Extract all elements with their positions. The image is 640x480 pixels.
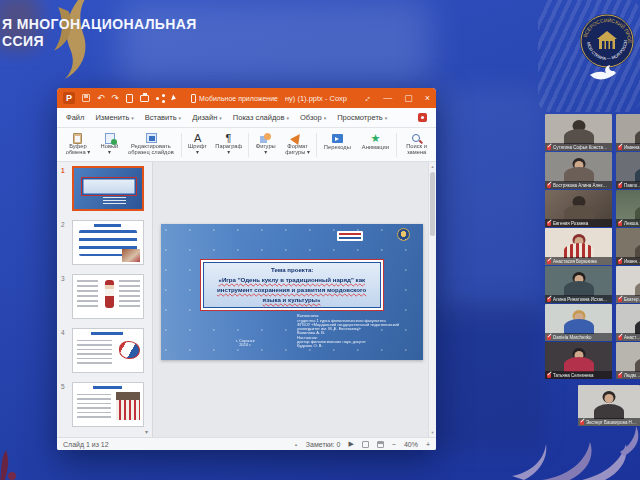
tab-review[interactable]: Обзор▾ bbox=[300, 113, 326, 122]
notes-marker-icon: ▲ bbox=[294, 442, 298, 447]
menu-tabbar: Файл Изменить▾ Вставить▾ Дизайн▾ Показ с… bbox=[57, 108, 436, 128]
slide-number: 3 bbox=[61, 275, 65, 282]
tab-file[interactable]: Файл bbox=[66, 113, 84, 122]
minimize-button[interactable]: — bbox=[383, 93, 392, 103]
participant-tile[interactable]: Иванна О… bbox=[616, 114, 640, 151]
participant-name: Вострякова Алина Алек… bbox=[553, 182, 607, 187]
panel-collapse-icon[interactable]: ▾ bbox=[145, 428, 148, 435]
close-button[interactable]: × bbox=[425, 93, 430, 103]
normal-view-button[interactable] bbox=[362, 441, 369, 448]
mic-muted-icon bbox=[618, 145, 622, 150]
slide-thumbnail-1[interactable]: 1 bbox=[57, 166, 153, 213]
slide-5-preview bbox=[73, 383, 143, 426]
tab-insert[interactable]: Вставить▾ bbox=[145, 113, 181, 122]
scrollbar-thumb[interactable] bbox=[430, 172, 435, 236]
zoom-out-button[interactable]: − bbox=[392, 441, 396, 448]
participant-tile[interactable]: Daniela Marchenko bbox=[545, 304, 612, 341]
mic-muted-icon bbox=[618, 297, 622, 302]
transitions-icon bbox=[332, 134, 343, 143]
participant-name-bar: Татьяна Селезнева bbox=[545, 371, 612, 379]
participant-name: Иванн… bbox=[624, 258, 640, 263]
ribbon-separator bbox=[316, 133, 317, 157]
find-replace-button[interactable]: Поиск и замена bbox=[399, 130, 433, 160]
participant-tile[interactable]: Татьяна Селезнева bbox=[545, 342, 612, 379]
participant-name: Левша… bbox=[624, 220, 640, 225]
participant-name: Эксперт Башкирова Н… bbox=[586, 419, 636, 424]
slide-canvas[interactable]: Тема проекта: «Игра "Одень куклу в тради… bbox=[154, 162, 436, 437]
edit-slide-master-button[interactable]: Редактировать образец слайдов bbox=[123, 130, 178, 160]
participant-tile[interactable]: Анаст… bbox=[616, 304, 640, 341]
play-slideshow-button[interactable]: ▶ bbox=[348, 440, 353, 448]
participant-tile[interactable]: Екатер… bbox=[616, 266, 640, 303]
font-button[interactable]: A Шрифт ▾ bbox=[184, 130, 212, 160]
slide-emblem-icon bbox=[397, 228, 410, 241]
fullscreen-icon[interactable]: ↔ bbox=[360, 91, 373, 104]
animations-button[interactable]: ★ Анимации bbox=[357, 130, 395, 160]
paragraph-button[interactable]: ¶ Параграф ▾ bbox=[212, 130, 246, 160]
save-icon[interactable] bbox=[82, 94, 90, 102]
print-icon[interactable] bbox=[140, 95, 149, 102]
slide-thumbnail-4[interactable]: 4 bbox=[57, 328, 153, 375]
slide-thumbnail-5[interactable]: 5 bbox=[57, 382, 153, 429]
shapes-button[interactable]: Фигуры ▾ bbox=[251, 130, 281, 160]
mobile-app-badge[interactable]: Мобильное приложение bbox=[191, 94, 278, 103]
participant-tile[interactable]: Алина Ринатовна Исхак… bbox=[545, 266, 612, 303]
clipboard-button[interactable]: Буфер обмена ▾ bbox=[60, 130, 96, 160]
paragraph-icon: ¶ bbox=[226, 132, 232, 144]
zoom-level[interactable]: 40% bbox=[404, 441, 418, 448]
chevron-down-icon: ▾ bbox=[287, 115, 290, 121]
slide-flag-badge bbox=[337, 231, 363, 241]
participant-name: Сутягина Софья Конста… bbox=[553, 144, 608, 149]
promo-icon[interactable] bbox=[418, 113, 427, 122]
slide-3-preview bbox=[73, 275, 143, 318]
mic-muted-icon bbox=[618, 373, 622, 378]
tab-slideshow[interactable]: Показ слайдов▾ bbox=[233, 113, 289, 122]
slide-thumbnail-3[interactable]: 3 bbox=[57, 274, 153, 321]
maximize-button[interactable]: ▢ bbox=[404, 93, 413, 103]
banner-line1: Я МНОГОНАЦИОНАЛЬНАЯ bbox=[2, 16, 197, 33]
slide-thumbnail-panel: 1 2 3 4 5 ▾ bbox=[57, 162, 153, 437]
mic-muted-icon bbox=[618, 259, 622, 264]
participant-tile[interactable]: Иванн… bbox=[616, 228, 640, 265]
tab-view[interactable]: Просмотреть▾ bbox=[337, 113, 387, 122]
new-slide-button[interactable]: Новый ▾ bbox=[96, 130, 124, 160]
share-icon[interactable] bbox=[156, 94, 165, 103]
notes-count[interactable]: Заметки: 0 bbox=[306, 441, 341, 448]
participant-tile[interactable]: Сутягина Софья Конста… bbox=[545, 114, 612, 151]
edit-master-icon bbox=[146, 133, 157, 143]
phone-icon bbox=[191, 94, 196, 103]
banner-line2: ССИЯ bbox=[2, 33, 197, 50]
cursor-icon[interactable] bbox=[171, 94, 177, 101]
slide-number: 1 bbox=[61, 167, 65, 174]
tab-edit[interactable]: Изменить▾ bbox=[95, 113, 133, 122]
transitions-button[interactable]: Переходы bbox=[319, 130, 357, 160]
new-document-icon[interactable] bbox=[126, 94, 133, 103]
undo-icon[interactable]: ↶ bbox=[97, 94, 105, 103]
participant-name-bar: Вострякова Алина Алек… bbox=[545, 181, 612, 189]
participant-tile[interactable]: Евгения Розаева bbox=[545, 190, 612, 227]
slide-title-box[interactable]: Тема проекта: «Игра "Одень куклу в тради… bbox=[200, 259, 383, 311]
scroll-up-icon[interactable]: ▲ bbox=[431, 164, 435, 169]
tab-design[interactable]: Дизайн▾ bbox=[192, 113, 222, 122]
current-slide[interactable]: Тема проекта: «Игра "Одень куклу в тради… bbox=[161, 224, 423, 360]
mic-muted-icon bbox=[547, 183, 551, 188]
participant-name: Павло… bbox=[624, 182, 640, 187]
participant-name: Евгения Розаева bbox=[553, 220, 588, 225]
chevron-down-icon: ▾ bbox=[131, 115, 134, 121]
participant-face bbox=[574, 275, 583, 284]
mic-muted-icon bbox=[547, 221, 551, 226]
sorter-view-button[interactable] bbox=[377, 441, 384, 448]
scroll-down-icon[interactable]: ▼ bbox=[431, 430, 435, 435]
participant-tile[interactable]: Павло… bbox=[616, 152, 640, 189]
participant-tile[interactable]: Левша… bbox=[616, 190, 640, 227]
zoom-in-button[interactable]: + bbox=[426, 441, 430, 448]
participant-name-bar: Эксперт Башкирова Н… bbox=[578, 418, 640, 426]
participant-tile[interactable]: Вострякова Алина Алек… bbox=[545, 152, 612, 189]
format-shape-button[interactable]: Формат фигуры ▾ bbox=[280, 130, 314, 160]
expert-participant-tile[interactable]: Эксперт Башкирова Н… bbox=[578, 385, 640, 426]
participant-tile-active-speaker[interactable]: Анастасия Бирюкина bbox=[545, 228, 612, 265]
participant-tile[interactable]: Людм… bbox=[616, 342, 640, 379]
redo-icon[interactable]: ↷ bbox=[112, 94, 120, 103]
slide-thumbnail-2[interactable]: 2 bbox=[57, 220, 153, 267]
participant-name-bar: Сутягина Софья Конста… bbox=[545, 143, 612, 151]
